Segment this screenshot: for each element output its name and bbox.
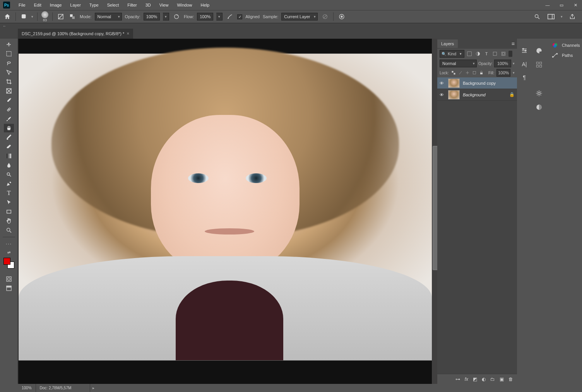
layer-opacity-input[interactable]: 100%	[494, 60, 511, 67]
menu-view[interactable]: View	[156, 1, 173, 9]
menu-layer[interactable]: Layer	[66, 1, 85, 9]
menu-image[interactable]: Image	[46, 1, 66, 9]
layer-thumbnail[interactable]	[448, 90, 460, 99]
crop-tool[interactable]	[4, 77, 14, 86]
layer-blend-mode[interactable]: Normal▾	[440, 60, 477, 67]
brush-tool[interactable]	[4, 115, 14, 123]
clone-stamp-tool[interactable]	[4, 124, 14, 132]
share-icon[interactable]	[568, 12, 577, 21]
adjustments-icon[interactable]	[536, 90, 543, 97]
character-icon[interactable]: A|	[522, 61, 527, 67]
blend-mode-select[interactable]: Normal▾	[95, 13, 122, 21]
link-layers-icon[interactable]: ⊶	[455, 377, 460, 382]
panel-menu-icon[interactable]: ≡	[512, 41, 515, 47]
workspace-icon[interactable]	[547, 12, 555, 21]
marquee-tool[interactable]	[4, 50, 14, 58]
opacity-dropdown[interactable]: ▾	[163, 13, 169, 21]
layer-name[interactable]: Background copy	[463, 81, 496, 86]
layers-tab[interactable]: Layers	[437, 39, 458, 48]
flow-dropdown[interactable]: ▾	[216, 13, 223, 21]
window-maximize-button[interactable]: ▭	[555, 1, 568, 9]
delete-layer-icon[interactable]: 🗑	[508, 377, 513, 382]
new-layer-icon[interactable]: ▣	[500, 377, 504, 382]
healing-tool[interactable]	[4, 105, 14, 114]
vertical-scrollbar[interactable]	[432, 39, 437, 384]
filter-toggle[interactable]	[508, 51, 512, 57]
ignore-adjustments-icon[interactable]	[321, 12, 329, 21]
styles-icon[interactable]	[536, 104, 543, 111]
close-icon[interactable]: ×	[127, 31, 129, 36]
adjustment-layer-icon[interactable]: ◐	[482, 377, 486, 382]
opacity-input[interactable]: 100%	[144, 13, 160, 21]
color-swatches[interactable]	[3, 258, 14, 269]
visibility-icon[interactable]: 👁	[440, 81, 445, 86]
flow-input[interactable]: 100%	[197, 13, 213, 21]
zoom-tool[interactable]	[4, 226, 14, 235]
menu-file[interactable]: File	[15, 1, 29, 9]
screenmode-icon[interactable]	[4, 284, 14, 293]
layer-thumbnail[interactable]	[448, 79, 460, 88]
chevron-down-icon[interactable]: ▾	[513, 62, 515, 65]
filter-shape-icon[interactable]	[491, 50, 498, 57]
menu-select[interactable]: Select	[103, 1, 123, 9]
search-icon[interactable]	[533, 12, 541, 21]
layer-mask-icon[interactable]: ◩	[473, 377, 477, 382]
layer-name[interactable]: Background	[463, 92, 486, 97]
quickmask-icon[interactable]	[4, 275, 14, 283]
eyedropper-tool[interactable]	[4, 96, 14, 104]
properties-icon[interactable]	[521, 47, 528, 54]
frame-tool[interactable]	[4, 87, 14, 95]
filter-smart-icon[interactable]	[500, 50, 507, 57]
type-tool[interactable]: T	[4, 189, 14, 197]
menu-window[interactable]: Window	[173, 1, 196, 9]
filter-type-icon[interactable]: T	[483, 50, 490, 57]
layer-item[interactable]: 👁 Background 🔒	[437, 89, 517, 101]
filter-adjustment-icon[interactable]	[474, 50, 481, 57]
aligned-checkbox[interactable]: ✓	[237, 14, 242, 19]
tool-preset-icon[interactable]	[20, 12, 28, 21]
doc-size[interactable]: Doc: 2,78M/5,57M	[36, 384, 90, 392]
menu-type[interactable]: Type	[86, 1, 103, 9]
zoom-level[interactable]: 100%	[18, 384, 36, 392]
lock-transparent-icon[interactable]	[451, 70, 456, 75]
clone-align-icon[interactable]	[56, 12, 65, 21]
paths-panel-tab[interactable]: Paths	[546, 50, 582, 60]
window-minimize-button[interactable]: —	[541, 1, 554, 9]
layer-group-icon[interactable]: 🗀	[490, 377, 495, 382]
pressure-size-icon[interactable]	[337, 12, 346, 21]
history-brush-tool[interactable]	[4, 133, 14, 142]
color-icon[interactable]	[536, 47, 543, 54]
lock-artboard-icon[interactable]	[472, 70, 477, 75]
pen-tool[interactable]	[4, 180, 14, 188]
lasso-tool[interactable]	[4, 59, 14, 67]
lock-all-icon[interactable]	[479, 70, 484, 75]
hand-tool[interactable]	[4, 217, 14, 225]
chevron-down-icon[interactable]: ▾	[31, 15, 33, 19]
gradient-tool[interactable]	[4, 152, 14, 160]
layer-fill-input[interactable]: 100%	[496, 69, 510, 77]
brush-preview[interactable]: 83	[41, 11, 48, 22]
layer-fx-icon[interactable]: fx	[465, 377, 468, 382]
lock-image-icon[interactable]	[458, 70, 463, 75]
chevron-down-icon[interactable]: ▾	[561, 15, 563, 19]
eraser-tool[interactable]	[4, 142, 14, 151]
menu-filter[interactable]: Filter	[123, 1, 140, 9]
chevron-down-icon[interactable]: ▾	[513, 71, 515, 75]
edit-toolbar-button[interactable]: ···	[4, 240, 14, 248]
layer-item[interactable]: 👁 Background copy	[437, 77, 517, 89]
visibility-icon[interactable]: 👁	[440, 92, 445, 97]
sample-select[interactable]: Current Layer▾	[281, 13, 317, 21]
window-close-button[interactable]: ✕	[569, 1, 582, 9]
pressure-opacity-icon[interactable]	[172, 12, 181, 21]
status-menu-icon[interactable]: ▸	[90, 386, 97, 390]
menu-3d[interactable]: 3D	[142, 1, 155, 9]
canvas-area[interactable]	[18, 39, 437, 384]
foreground-color-swatch[interactable]	[3, 258, 10, 265]
lock-icon[interactable]: 🔒	[509, 92, 515, 97]
menu-help[interactable]: Help	[197, 1, 214, 9]
clone-overlay-icon[interactable]	[68, 12, 77, 21]
swatches-icon[interactable]	[536, 61, 543, 68]
lock-position-icon[interactable]	[465, 70, 470, 75]
dodge-tool[interactable]	[4, 170, 14, 179]
airbrush-icon[interactable]	[226, 12, 234, 21]
